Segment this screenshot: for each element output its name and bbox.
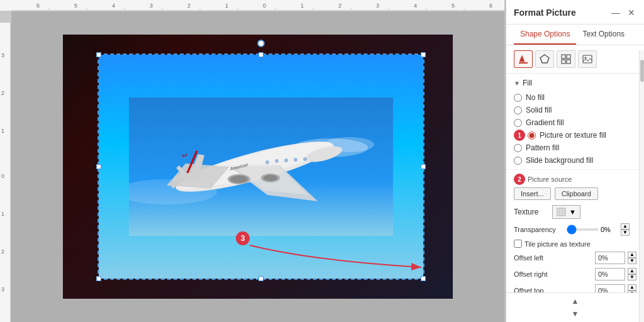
offset-right-down[interactable]: ▼: [628, 274, 636, 280]
svg-marker-63: [540, 55, 549, 63]
insert-btn[interactable]: Insert...: [514, 187, 551, 200]
svg-text:2: 2: [1, 90, 4, 96]
svg-text:6: 6: [489, 3, 492, 9]
slide: AA American: [63, 35, 453, 299]
solid-fill-option[interactable]: Solid fill: [514, 104, 636, 116]
offset-top-spinners: ▲ ▼: [628, 284, 636, 292]
svg-text:2: 2: [1, 248, 4, 255]
svg-point-52: [264, 175, 277, 181]
pattern-fill-option[interactable]: Pattern fill: [514, 142, 636, 154]
panel-minimize-btn[interactable]: —: [610, 6, 621, 19]
ruler-top: 6 5 4 3 2 1 0 1 2 3 4 5 6: [0, 0, 504, 11]
gradient-fill-label: Gradient fill: [526, 118, 564, 127]
offset-top-input[interactable]: [595, 284, 625, 292]
transparency-spin-down[interactable]: ▼: [621, 230, 630, 236]
panel-down-btn[interactable]: ▼: [570, 308, 580, 319]
offset-left-label: Offset left: [514, 254, 592, 262]
selected-image[interactable]: AA American: [97, 53, 425, 280]
tab-text-options[interactable]: Text Options: [576, 25, 631, 45]
rotate-handle[interactable]: [257, 40, 265, 47]
airplane-photo: AA American: [99, 55, 423, 279]
handle-top-right[interactable]: [421, 52, 426, 57]
handle-bottom-right[interactable]: [421, 276, 426, 281]
ruler-side: 3 2 1 0 1 2 3: [0, 23, 11, 322]
svg-point-53: [265, 160, 269, 164]
slide-canvas: AA American: [11, 11, 504, 322]
no-fill-option[interactable]: No fill: [514, 91, 636, 104]
transparency-spin-up[interactable]: ▲: [621, 223, 630, 230]
panel-scrollbar[interactable]: [639, 50, 644, 322]
handle-bottom-left[interactable]: [96, 276, 101, 281]
svg-text:0: 0: [1, 173, 4, 179]
shape-effects-icon-btn[interactable]: [535, 50, 554, 68]
clipboard-btn[interactable]: Clipboard: [555, 187, 598, 200]
picture-texture-fill-option[interactable]: Picture or texture fill: [528, 129, 606, 142]
fill-effects-icon-btn[interactable]: [514, 50, 533, 68]
svg-rect-70: [557, 208, 565, 216]
panel-up-btn[interactable]: ▲: [570, 296, 580, 307]
picture-source-section: 2 Picture source Insert... Clipboard: [506, 169, 644, 203]
svg-text:1: 1: [1, 211, 4, 217]
offset-left-up[interactable]: ▲: [628, 252, 636, 258]
offset-left-row: Offset left ▲ ▼: [506, 250, 644, 266]
svg-rect-64: [562, 55, 565, 58]
airplane-svg: AA American: [129, 97, 393, 236]
handle-top-center[interactable]: [258, 52, 264, 57]
svg-text:5: 5: [452, 3, 455, 9]
svg-point-50: [230, 175, 248, 183]
pattern-fill-radio[interactable]: [514, 144, 522, 152]
handle-middle-left[interactable]: [96, 164, 101, 169]
offset-top-up[interactable]: ▲: [628, 284, 636, 291]
picture-source-label: Picture source: [528, 175, 572, 183]
svg-rect-62: [519, 62, 528, 64]
picture-icon-btn[interactable]: [578, 50, 597, 68]
fill-section-header[interactable]: ▼ Fill: [506, 74, 644, 91]
offset-right-spinners: ▲ ▼: [628, 268, 636, 280]
offset-right-input[interactable]: [595, 268, 625, 280]
svg-text:3: 3: [376, 3, 379, 9]
svg-text:4: 4: [112, 3, 115, 9]
icon-row: [506, 45, 644, 74]
svg-text:3: 3: [150, 3, 153, 9]
svg-point-57: [303, 157, 307, 161]
panel-close-btn[interactable]: ✕: [626, 6, 636, 19]
tile-picture-checkbox[interactable]: [514, 240, 522, 248]
svg-text:3: 3: [1, 52, 4, 58]
offset-left-input[interactable]: [595, 252, 625, 264]
svg-rect-65: [567, 55, 570, 58]
transparency-label: Transparency: [514, 226, 564, 233]
svg-rect-66: [562, 60, 565, 64]
pattern-fill-label: Pattern fill: [526, 143, 559, 152]
no-fill-label: No fill: [526, 93, 545, 102]
no-fill-radio[interactable]: [514, 94, 522, 102]
svg-point-55: [284, 158, 288, 162]
handle-middle-right[interactable]: [421, 164, 426, 169]
solid-fill-label: Solid fill: [526, 106, 552, 114]
fill-section-label: Fill: [523, 79, 532, 87]
handle-top-left[interactable]: [96, 52, 101, 57]
offset-left-down[interactable]: ▼: [628, 258, 636, 264]
transparency-slider[interactable]: [567, 228, 598, 231]
format-picture-panel: Format Picture — ✕ Shape Options Text Op…: [506, 0, 644, 322]
gradient-fill-option[interactable]: Gradient fill: [514, 116, 636, 129]
layout-icon: [561, 54, 571, 64]
svg-rect-67: [567, 60, 570, 64]
tile-picture-label: Tile picture as texture: [525, 240, 591, 248]
svg-text:2: 2: [187, 3, 191, 9]
panel-nav: ▲ ▼: [506, 292, 644, 322]
scrollbar-thumb[interactable]: [640, 60, 644, 82]
svg-point-54: [275, 159, 279, 163]
layout-icon-btn[interactable]: [557, 50, 575, 68]
slide-bg-fill-radio[interactable]: [514, 157, 522, 165]
offset-right-up[interactable]: ▲: [628, 268, 636, 274]
tab-shape-options[interactable]: Shape Options: [514, 25, 576, 45]
texture-picker-btn[interactable]: ▼: [552, 205, 580, 219]
svg-point-69: [585, 57, 587, 59]
slide-bg-fill-option[interactable]: Slide background fill: [514, 154, 636, 167]
svg-text:1: 1: [1, 128, 4, 134]
solid-fill-radio[interactable]: [514, 106, 522, 114]
texture-preview: [557, 207, 568, 217]
gradient-fill-radio[interactable]: [514, 119, 522, 127]
handle-bottom-center[interactable]: [258, 276, 264, 281]
picture-texture-fill-radio[interactable]: [528, 131, 536, 140]
